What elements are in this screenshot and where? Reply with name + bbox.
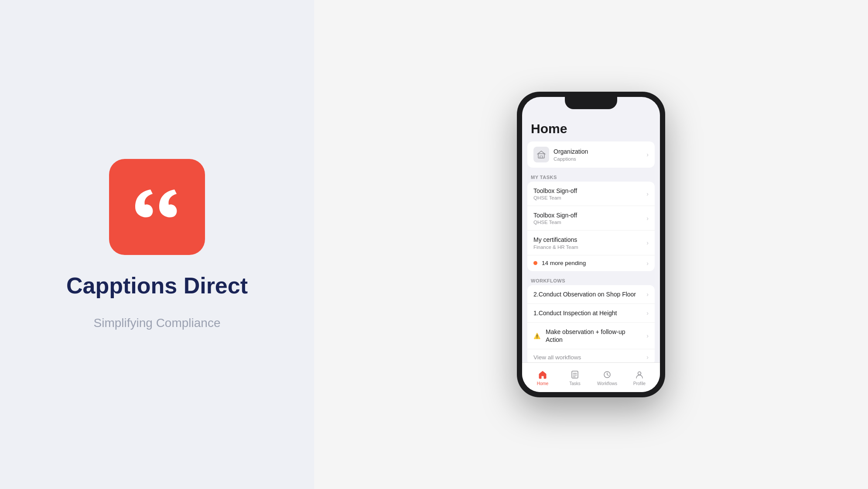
task-2-text: Toolbox Sign-off QHSE Team — [533, 211, 642, 225]
brand-title: Capptions Direct — [66, 272, 248, 299]
right-panel: Home — [314, 0, 868, 489]
workflow-item-2[interactable]: 1.Conduct Inspection at Height › — [527, 304, 655, 323]
task-3-subtitle: Finance & HR Team — [533, 244, 642, 250]
pending-dot-icon — [533, 261, 537, 265]
organization-card: Organization Capptions › — [527, 141, 655, 168]
brand-subtitle: Simplifying Compliance — [93, 316, 220, 330]
task-item-3[interactable]: My certifications Finance & HR Team › — [527, 231, 655, 255]
workflow-1-text: 2.Conduct Observation on Shop Floor — [533, 290, 642, 298]
workflow-1-title: 2.Conduct Observation on Shop Floor — [533, 290, 642, 298]
logo-icon — [126, 183, 188, 231]
tasks-nav-icon — [570, 369, 580, 380]
my-tasks-section: MY TASKS Toolbox Sign-off QHSE Team › — [522, 171, 660, 271]
view-all-text: View all workflows — [533, 354, 642, 361]
screen-header: Home — [522, 114, 660, 141]
nav-workflows[interactable]: Workflows — [591, 369, 623, 386]
organization-section: Organization Capptions › — [522, 141, 660, 168]
org-subtitle: Capptions — [554, 156, 642, 162]
workflows-nav-label: Workflows — [597, 381, 617, 386]
left-panel: Capptions Direct Simplifying Compliance — [0, 0, 314, 489]
workflow-1-chevron: › — [646, 291, 649, 298]
org-title: Organization — [554, 148, 642, 155]
task-1-title: Toolbox Sign-off — [533, 187, 642, 195]
pending-item[interactable]: 14 more pending › — [527, 255, 655, 271]
org-text: Organization Capptions — [554, 148, 642, 161]
home-nav-label: Home — [537, 381, 549, 386]
view-all-chevron: › — [646, 354, 649, 361]
view-all-item[interactable]: View all workflows › — [527, 349, 655, 362]
workflows-section: WORKFLOWS 2.Conduct Observation on Shop … — [522, 275, 660, 362]
task-item-2[interactable]: Toolbox Sign-off QHSE Team › — [527, 206, 655, 231]
warning-icon: ⚠️ — [533, 333, 540, 339]
svg-point-4 — [638, 372, 641, 375]
workflow-item-3[interactable]: ⚠️ Make observation + follow-up Action › — [527, 323, 655, 349]
organization-item[interactable]: Organization Capptions › — [527, 141, 655, 168]
tasks-card: Toolbox Sign-off QHSE Team › Toolbox Sig… — [527, 182, 655, 271]
workflow-item-1[interactable]: 2.Conduct Observation on Shop Floor › — [527, 285, 655, 304]
workflows-label: WORKFLOWS — [522, 275, 660, 285]
home-nav-icon — [537, 369, 548, 380]
pending-text: 14 more pending — [542, 260, 643, 266]
org-chevron: › — [646, 151, 649, 158]
task-1-subtitle: QHSE Team — [533, 195, 642, 200]
app-logo — [109, 159, 205, 255]
task-3-text: My certifications Finance & HR Team — [533, 236, 642, 249]
task-1-chevron: › — [646, 190, 649, 197]
profile-nav-icon — [634, 369, 645, 380]
task-1-text: Toolbox Sign-off QHSE Team — [533, 187, 642, 200]
my-tasks-label: MY TASKS — [522, 171, 660, 182]
task-3-chevron: › — [646, 239, 649, 246]
workflow-3-title: Make observation + follow-up Action — [546, 328, 642, 344]
pending-chevron: › — [646, 260, 649, 267]
workflow-2-title: 1.Conduct Inspection at Height — [533, 309, 642, 317]
workflow-2-chevron: › — [646, 310, 649, 317]
phone-mockup: Home — [517, 92, 665, 397]
screen-body: Organization Capptions › MY TASKS — [522, 141, 660, 362]
workflow-2-text: 1.Conduct Inspection at Height — [533, 309, 642, 317]
task-2-chevron: › — [646, 215, 649, 222]
phone-notch — [565, 97, 617, 109]
workflow-3-text: Make observation + follow-up Action — [546, 328, 642, 344]
workflow-3-chevron: › — [646, 332, 649, 339]
home-building-icon — [537, 150, 546, 159]
profile-nav-label: Profile — [633, 381, 646, 386]
task-item-1[interactable]: Toolbox Sign-off QHSE Team › — [527, 182, 655, 206]
nav-profile[interactable]: Profile — [623, 369, 656, 386]
nav-home[interactable]: Home — [526, 369, 559, 386]
workflows-nav-icon — [602, 369, 612, 380]
bottom-nav: Home Tasks — [522, 362, 660, 392]
org-icon-wrap — [533, 147, 549, 162]
tasks-nav-label: Tasks — [569, 381, 581, 386]
phone-screen: Home — [522, 97, 660, 392]
nav-tasks[interactable]: Tasks — [559, 369, 591, 386]
task-2-subtitle: QHSE Team — [533, 220, 642, 225]
screen-title: Home — [531, 121, 651, 136]
task-3-title: My certifications — [533, 236, 642, 244]
workflows-card: 2.Conduct Observation on Shop Floor › 1.… — [527, 285, 655, 362]
task-2-title: Toolbox Sign-off — [533, 211, 642, 219]
